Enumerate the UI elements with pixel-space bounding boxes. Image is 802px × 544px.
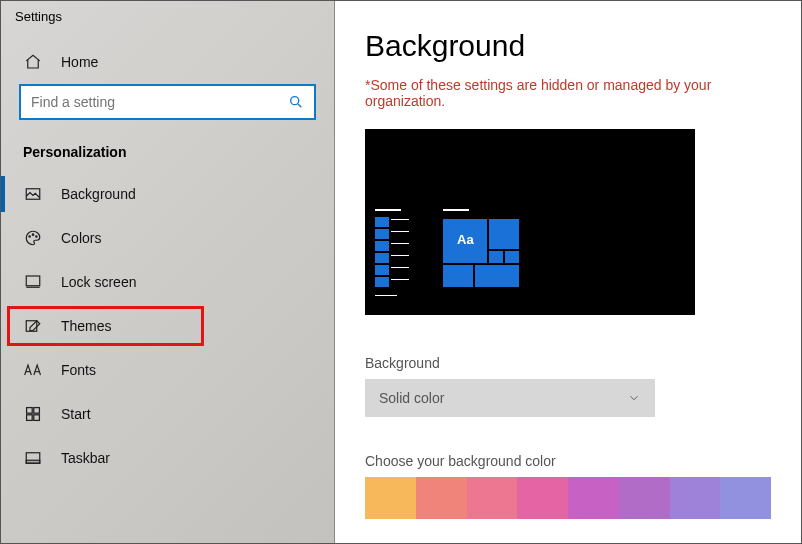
sidebar-item-label: Themes [61, 318, 112, 334]
sidebar-item-label: Start [61, 406, 91, 422]
svg-rect-14 [26, 460, 40, 463]
chevron-down-icon [627, 391, 641, 405]
color-swatch[interactable] [568, 477, 619, 519]
color-swatch[interactable] [517, 477, 568, 519]
sidebar-category: Personalization [1, 126, 334, 172]
sidebar-item-taskbar[interactable]: Taskbar [1, 436, 334, 480]
svg-point-5 [36, 236, 38, 238]
sidebar-item-fonts[interactable]: Fonts [1, 348, 334, 392]
search-container [19, 84, 316, 120]
sidebar-item-themes[interactable]: Themes [1, 304, 334, 348]
window-title: Settings [1, 3, 334, 40]
color-picker-label: Choose your background color [365, 453, 771, 469]
preview-sample-text: Aa [457, 232, 474, 247]
svg-point-4 [32, 234, 34, 236]
nav-home[interactable]: Home [1, 40, 334, 84]
lockscreen-icon [23, 272, 43, 292]
search-icon [288, 94, 304, 110]
sidebar-item-start[interactable]: Start [1, 392, 334, 436]
search-input-box[interactable] [19, 84, 316, 120]
color-swatch[interactable] [619, 477, 670, 519]
svg-point-3 [29, 236, 31, 238]
main-content: Background *Some of these settings are h… [335, 1, 801, 543]
svg-rect-9 [27, 408, 33, 414]
sidebar-item-label: Lock screen [61, 274, 136, 290]
search-input[interactable] [31, 94, 288, 110]
sidebar-item-label: Background [61, 186, 136, 202]
color-swatch[interactable] [720, 477, 771, 519]
home-icon [23, 52, 43, 72]
sidebar-item-label: Colors [61, 230, 101, 246]
start-icon [23, 404, 43, 424]
background-dropdown[interactable]: Solid color [365, 379, 655, 417]
page-title: Background [365, 29, 771, 63]
sidebar-item-background[interactable]: Background [1, 172, 334, 216]
color-swatch[interactable] [416, 477, 467, 519]
svg-rect-10 [34, 408, 40, 414]
image-icon [23, 184, 43, 204]
color-swatch[interactable] [365, 477, 416, 519]
color-swatch[interactable] [467, 477, 518, 519]
svg-rect-11 [27, 415, 33, 421]
nav-home-label: Home [61, 54, 98, 70]
svg-point-0 [291, 97, 299, 105]
sidebar-item-label: Taskbar [61, 450, 110, 466]
policy-warning: *Some of these settings are hidden or ma… [365, 77, 771, 109]
background-dropdown-value: Solid color [379, 390, 444, 406]
fonts-icon [23, 360, 43, 380]
svg-rect-12 [34, 415, 40, 421]
color-swatch[interactable] [670, 477, 721, 519]
palette-icon [23, 228, 43, 248]
svg-rect-6 [26, 276, 40, 286]
svg-line-1 [298, 104, 301, 107]
sidebar: Settings Home Personalization Background… [1, 1, 335, 543]
sidebar-item-colors[interactable]: Colors [1, 216, 334, 260]
taskbar-icon [23, 448, 43, 468]
sidebar-item-lock-screen[interactable]: Lock screen [1, 260, 334, 304]
background-preview: Aa [365, 129, 695, 315]
sidebar-item-label: Fonts [61, 362, 96, 378]
background-dropdown-label: Background [365, 355, 771, 371]
themes-icon [23, 316, 43, 336]
color-swatches [365, 477, 771, 519]
